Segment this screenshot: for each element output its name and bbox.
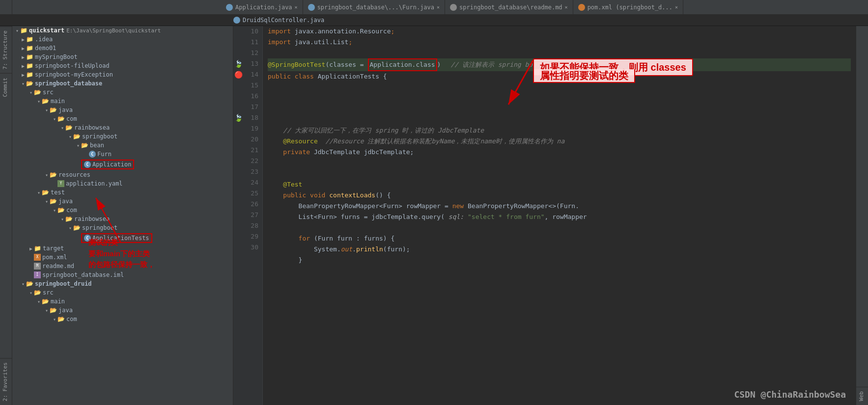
sidebar-item-readme-main[interactable]: ▶ M readme.md <box>12 262 233 270</box>
tab-readme[interactable]: springboot_database\readme.md ✕ <box>445 0 573 14</box>
druid-java-folder-icon: 📂 <box>50 307 57 314</box>
tab-close-furn[interactable]: ✕ <box>437 4 440 10</box>
main-content: 7: Structure Commit 2: Favorites ▾ 📁 qui… <box>0 26 868 405</box>
tab-label-furn: springboot_database\...\Furn.java <box>317 4 434 11</box>
import-semi-11: ; <box>348 37 352 48</box>
sidebar-item-iml[interactable]: ▶ I springboot_database.iml <box>12 270 233 279</box>
rainbowsea-main-folder-icon: 📂 <box>65 124 73 131</box>
test-springboot-folder-icon: 📂 <box>73 224 81 231</box>
active-file-icon <box>233 17 240 24</box>
sidebar-item-test-rainbowsea[interactable]: ▾ 📂 rainbowsea <box>12 215 233 223</box>
sidebar-item-main[interactable]: ▾ 📂 main <box>12 97 233 106</box>
sidebar-item-myspringboot[interactable]: ▶ 📁 mySpringBoot <box>12 53 233 61</box>
code-27d: (furn); <box>383 244 410 255</box>
pom-xml-icon: X <box>34 254 41 261</box>
active-file-bar: DruidSqlController.java <box>0 15 868 26</box>
database-folder-icon: 📂 <box>26 80 33 87</box>
tab-close-application[interactable]: ✕ <box>295 4 298 10</box>
linenum-17: 17 <box>247 102 258 112</box>
tab-label-application: Application.java <box>235 4 292 11</box>
sidebar-item-target[interactable]: ▶ 📁 target <box>12 244 233 253</box>
annotation-resource: @Resource <box>268 136 318 147</box>
sidebar-item-applicationtests[interactable]: ▶ C ApplicationTests <box>12 232 233 244</box>
sidebar-item-druid-com[interactable]: ▾ 📂 com <box>12 315 233 324</box>
sidebar-item-druid-src[interactable]: ▾ 📂 src <box>12 288 233 297</box>
java-main-folder-icon: 📂 <box>50 107 57 113</box>
idea-folder-icon: 📁 <box>26 36 33 43</box>
kw-public-14: public <box>268 71 295 82</box>
sidebar-item-bean[interactable]: ▾ 📂 bean <box>12 141 233 150</box>
applicationtests-java-icon: C <box>84 235 91 242</box>
sidebar-item-test-java[interactable]: ▾ 📂 java <box>12 197 233 206</box>
applicationtests-highlight-box: C ApplicationTests <box>81 233 152 243</box>
test-arrow: ▾ <box>36 190 42 195</box>
tab-application-java[interactable]: Application.java ✕ <box>221 0 303 14</box>
src-folder-icon: 📂 <box>34 89 41 96</box>
linenum-26: 26 <box>247 199 258 210</box>
sidebar-item-resources[interactable]: ▾ 📂 resources <box>12 170 233 179</box>
var-jdbc-18: jdbcTemplate; <box>360 147 414 158</box>
demo01-folder-icon: 📁 <box>26 45 33 52</box>
tab-close-readme[interactable]: ✕ <box>565 4 568 10</box>
resources-arrow: ▾ <box>44 172 50 178</box>
sidebar-item-myexception[interactable]: ▶ 📁 springboot-myException <box>12 70 233 79</box>
sidebar-item-test-com[interactable]: ▾ 📂 com <box>12 206 233 215</box>
annotation-springboottest: @SpringBootTest <box>268 59 325 70</box>
test-java-arrow: ▾ <box>44 199 50 204</box>
kw-private-18: private <box>268 147 314 158</box>
sidebar-item-springboot-main[interactable]: ▾ 📂 springboot <box>12 132 233 141</box>
sidebar-item-com-main[interactable]: ▾ 📂 com <box>12 114 233 123</box>
code-24a: List<Furn> furns = jdbcTemplate.query( <box>268 212 448 222</box>
tab-bar: Application.java ✕ springboot_database\.… <box>0 0 868 15</box>
iml-icon: I <box>34 271 41 278</box>
method-27: println <box>356 244 383 255</box>
src-arrow: ▾ <box>28 90 34 95</box>
code-content[interactable]: import javax.annotation. Resource ; impo… <box>263 26 856 405</box>
linenum-15: 15 <box>247 80 258 91</box>
import-class-11: List <box>333 37 348 48</box>
tab-furn-java[interactable]: springboot_database\...\Furn.java ✕ <box>303 0 445 14</box>
code-line-11: import java.util. List ; <box>268 37 851 48</box>
applicationtests-label: ApplicationTests <box>92 235 149 242</box>
sidebar-item-yaml[interactable]: ▶ Y application.yaml <box>12 179 233 188</box>
sidebar-item-fileupload[interactable]: ▶ 📁 springboot-fileUpload <box>12 61 233 70</box>
sidebar-item-druid[interactable]: ▾ 📂 springboot_druid <box>12 279 233 288</box>
project-root[interactable]: ▾ 📁 quickstart E:\Java\SpringBoot\quicks… <box>12 26 233 35</box>
springboot-main-arrow: ▾ <box>67 134 73 139</box>
sidebar-item-application[interactable]: ▶ C Application <box>12 159 233 170</box>
vtab-commit[interactable]: Commit <box>0 73 12 101</box>
main-arrow: ▾ <box>36 99 42 104</box>
sidebar-item-druid-java[interactable]: ▾ 📂 java <box>12 306 233 315</box>
vtab-favorites[interactable]: 2: Favorites <box>0 358 12 405</box>
test-rainbowsea-label: rainbowsea <box>74 216 110 222</box>
sidebar-item-src[interactable]: ▾ 📂 src <box>12 88 233 97</box>
tab-pom[interactable]: pom.xml (springboot_d... ✕ <box>573 0 683 14</box>
code-editor[interactable]: 🍃 🔴 🍃 <box>233 26 856 405</box>
linenum-13: 13 <box>247 58 258 69</box>
md-tab-icon <box>450 4 457 11</box>
right-vtabs: Web <box>856 26 868 405</box>
sidebar-item-rainbowsea-main[interactable]: ▾ 📂 rainbowsea <box>12 123 233 132</box>
left-vtab-panel <box>0 0 12 14</box>
furn-label: Furn <box>97 151 112 158</box>
linenum-28: 28 <box>247 220 258 231</box>
sidebar-item-druid-main[interactable]: ▾ 📂 main <box>12 297 233 306</box>
code-line-22: public void contextLoads () { <box>268 190 851 201</box>
sidebar-item-test[interactable]: ▾ 📂 test <box>12 188 233 197</box>
sidebar-item-pom[interactable]: ▶ X pom.xml <box>12 253 233 262</box>
sidebar-item-test-springboot[interactable]: ▾ 📂 springboot <box>12 223 233 232</box>
tab-close-pom[interactable]: ✕ <box>675 4 678 10</box>
linenum-19: 19 <box>247 123 258 134</box>
linenum-16: 16 <box>247 91 258 102</box>
vtab-structure[interactable]: 7: Structure <box>0 26 12 73</box>
sidebar-item-idea[interactable]: ▶ 📁 .idea <box>12 35 233 44</box>
sidebar-item-demo01[interactable]: ▶ 📁 demo01 <box>12 44 233 53</box>
sidebar-item-database[interactable]: ▾ 📂 springboot_database <box>12 79 233 88</box>
code-area[interactable]: 🍃 🔴 🍃 <box>233 26 856 405</box>
sidebar-item-furn[interactable]: ▶ C Furn <box>12 150 233 159</box>
sidebar-item-java-main[interactable]: ▾ 📂 java <box>12 106 233 114</box>
bean-label: bean <box>90 142 104 149</box>
linenum-21: 21 <box>247 145 258 156</box>
vtab-web[interactable]: Web <box>856 387 868 405</box>
druid-src-folder-icon: 📂 <box>34 289 41 296</box>
